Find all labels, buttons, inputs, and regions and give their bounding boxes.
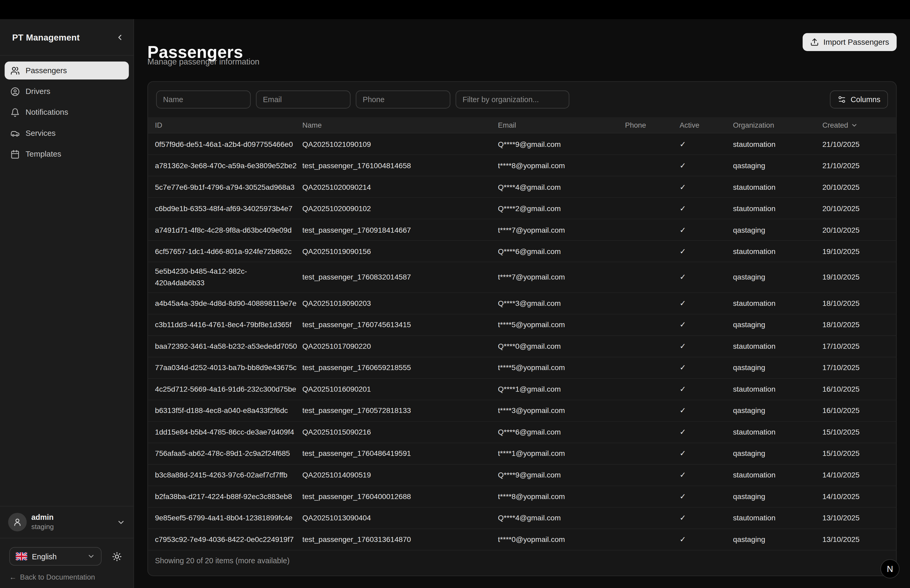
cell-name: test_passenger_1760745613415 <box>302 320 498 329</box>
sidebar-item-passengers[interactable]: Passengers <box>5 61 129 79</box>
cell-email: t****3@yopmail.com <box>498 406 625 415</box>
user-name: admin <box>31 513 54 522</box>
cell-active: ✓ <box>680 342 733 351</box>
cell-created: 20/10/2025 <box>822 225 896 234</box>
table-row[interactable]: baa72392-3461-4a58-b232-a53ededd7050 QA2… <box>148 336 896 357</box>
cell-email: t****7@yopmail.com <box>498 225 625 234</box>
table-row[interactable]: 1dd15e84-b5b4-4785-86cc-de3ae7d409f4 QA2… <box>148 422 896 443</box>
cell-created: 19/10/2025 <box>822 273 896 282</box>
language-select[interactable]: English <box>9 547 101 565</box>
cell-name: test_passenger_1760400012688 <box>302 492 498 501</box>
sidebar-item-templates[interactable]: Templates <box>5 145 129 163</box>
table-row[interactable]: c3b11dd3-4416-4761-8ec4-79bf8e1d365f tes… <box>148 314 896 336</box>
cell-active: ✓ <box>680 161 733 170</box>
upload-icon <box>810 38 819 46</box>
table-row[interactable]: b6313f5f-d188-4ec8-a040-e8a433f2f6dc tes… <box>148 400 896 422</box>
column-header-created[interactable]: Created <box>822 121 896 129</box>
cell-email: Q****4@gmail.com <box>498 183 625 191</box>
cell-id: 1dd15e84-b5b4-4785-86cc-de3ae7d409f4 <box>155 428 302 436</box>
table-row[interactable]: 77aa034d-d252-4013-ba7b-bb8d9e43675c tes… <box>148 357 896 379</box>
table-row[interactable]: a7491d71-4f8c-4c28-9f8a-d63bc409e09d tes… <box>148 219 896 241</box>
name-filter-input[interactable] <box>156 90 251 108</box>
table-row[interactable]: 4c25d712-5669-4a16-91d6-232c300d75be QA2… <box>148 379 896 400</box>
cell-id: baa72392-3461-4a58-b232-a53ededd7050 <box>155 342 302 351</box>
cell-created: 21/10/2025 <box>822 161 896 170</box>
email-filter-input[interactable] <box>256 90 351 108</box>
cell-created: 18/10/2025 <box>822 320 896 329</box>
table-row[interactable]: 756afaa5-ab62-478c-89d1-2c9a2f24f685 tes… <box>148 443 896 465</box>
table-row[interactable]: b2fa38ba-d217-4224-b88f-92ec3c883eb8 tes… <box>148 486 896 507</box>
back-to-documentation-link[interactable]: ← Back to Documentation <box>9 573 124 582</box>
sidebar-item-services[interactable]: Services <box>5 124 129 142</box>
table-row[interactable]: a4b45a4a-39de-4d8d-8d90-408898119e7e QA2… <box>148 293 896 314</box>
cell-name: QA20251016090201 <box>302 385 498 394</box>
cell-email: t****0@yopmail.com <box>498 535 625 544</box>
filters-bar: Columns <box>148 82 896 117</box>
table-row[interactable]: 6cf57657-1dc1-4d66-801a-924fe72b862c QA2… <box>148 241 896 262</box>
cell-organization: stautomation <box>733 342 822 351</box>
uk-flag-icon <box>16 552 27 561</box>
user-circle-icon <box>11 87 20 96</box>
cell-active: ✓ <box>680 406 733 415</box>
table-header-row: IDNameEmailPhoneActiveOrganizationCreate… <box>148 117 896 133</box>
cell-created: 14/10/2025 <box>822 492 896 501</box>
cell-organization: stautomation <box>733 204 822 213</box>
cell-created: 16/10/2025 <box>822 406 896 415</box>
cell-email: t****5@yopmail.com <box>498 363 625 372</box>
cell-id: c6bd9e1b-6353-48f4-af69-34025973b4e7 <box>155 204 302 213</box>
table-row[interactable]: 0f57f9d6-de51-46a1-a2b4-d097755466e0 QA2… <box>148 133 896 155</box>
import-passengers-button[interactable]: Import Passengers <box>803 33 897 51</box>
cell-organization: stautomation <box>733 471 822 479</box>
sidebar-item-notifications[interactable]: Notifications <box>5 103 129 121</box>
table-row[interactable]: 5e5b4230-b485-4a12-982c-420a4dab6b33 tes… <box>148 262 896 293</box>
cell-name: QA20251019090156 <box>302 247 498 255</box>
cell-id: 9e85eef5-6799-4a41-8b04-12381899fc4e <box>155 514 302 522</box>
cell-email: Q****6@gmail.com <box>498 428 625 436</box>
cell-organization: qastaging <box>733 535 822 544</box>
items-count-text: Showing 20 of 20 items (more available) <box>155 556 289 565</box>
cell-email: Q****2@gmail.com <box>498 204 625 213</box>
table-row[interactable]: b3c8a88d-2415-4263-97c6-02aef7cf7ffb QA2… <box>148 465 896 486</box>
cell-email: Q****9@gmail.com <box>498 471 625 479</box>
theme-toggle-button[interactable] <box>110 549 124 564</box>
sidebar-item-drivers[interactable]: Drivers <box>5 82 129 100</box>
cell-id: 77aa034d-d252-4013-ba7b-bb8d9e43675c <box>155 363 302 372</box>
bell-icon <box>11 108 20 117</box>
sidebar-header: PT Management <box>0 19 134 56</box>
cell-id: a781362e-3e68-470c-a59a-6e3809e52be2 <box>155 161 302 170</box>
sun-icon <box>112 551 122 561</box>
table-row[interactable]: c6bd9e1b-6353-48f4-af69-34025973b4e7 QA2… <box>148 198 896 220</box>
columns-button[interactable]: Columns <box>830 90 888 108</box>
cell-organization: qastaging <box>733 161 822 170</box>
car-icon <box>11 128 20 138</box>
passengers-table-card: Columns IDNameEmailPhoneActiveOrganizati… <box>147 81 897 576</box>
cell-active: ✓ <box>680 449 733 458</box>
table-row[interactable]: 9e85eef5-6799-4a41-8b04-12381899fc4e QA2… <box>148 507 896 529</box>
table-row[interactable]: 5c7e77e6-9b1f-4796-a794-30525ad968a3 QA2… <box>148 176 896 198</box>
cell-name: QA20251018090203 <box>302 299 498 307</box>
cell-id: 4c25d712-5669-4a16-91d6-232c300d75be <box>155 385 302 394</box>
import-button-label: Import Passengers <box>823 38 889 46</box>
cell-active: ✓ <box>680 428 733 436</box>
organization-filter-input[interactable] <box>456 90 569 108</box>
table-row[interactable]: a781362e-3e68-470c-a59a-6e3809e52be2 tes… <box>148 155 896 176</box>
cell-organization: qastaging <box>733 363 822 372</box>
cell-email: Q****9@gmail.com <box>498 139 625 148</box>
cell-name: QA20251021090109 <box>302 139 498 148</box>
cell-name: test_passenger_1760313614870 <box>302 535 498 544</box>
cell-active: ✓ <box>680 183 733 191</box>
phone-filter-input[interactable] <box>356 90 450 108</box>
table-row[interactable]: c7953c92-7e49-4036-8422-0e0c224919f7 tes… <box>148 529 896 550</box>
cell-active: ✓ <box>680 492 733 501</box>
cell-organization: qastaging <box>733 225 822 234</box>
cell-active: ✓ <box>680 385 733 394</box>
user-menu[interactable]: admin staging <box>0 506 134 538</box>
user-icon <box>13 517 22 527</box>
sidebar-collapse-button[interactable] <box>114 32 125 43</box>
nextjs-dev-badge[interactable]: N <box>881 559 900 578</box>
cell-created: 18/10/2025 <box>822 299 896 307</box>
cell-created: 15/10/2025 <box>822 428 896 436</box>
cell-organization: stautomation <box>733 299 822 307</box>
cell-id: c3b11dd3-4416-4761-8ec4-79bf8e1d365f <box>155 320 302 329</box>
cell-id: 0f57f9d6-de51-46a1-a2b4-d097755466e0 <box>155 139 302 148</box>
